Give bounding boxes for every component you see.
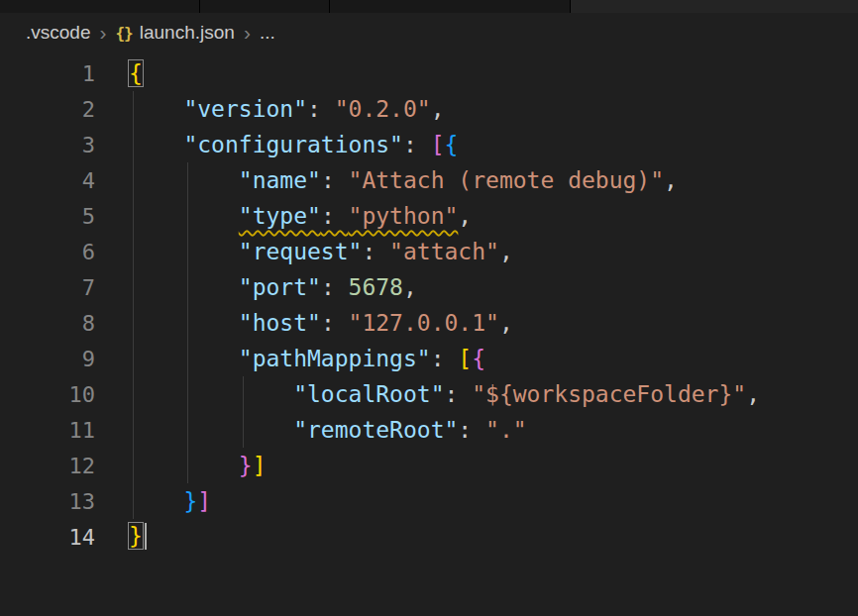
code-token: } <box>129 523 143 549</box>
code-token: "${workspaceFolder}" <box>472 381 746 407</box>
line-number[interactable]: 6 <box>0 240 95 264</box>
code-token: } <box>239 453 253 478</box>
code-line[interactable]: 4 "name": "Attach (remote debug)", <box>0 162 858 198</box>
code-text: } <box>95 523 147 551</box>
code-token: { <box>472 346 485 371</box>
code-token: : <box>321 167 349 193</box>
code-token: "configurations" <box>183 132 403 157</box>
line-number[interactable]: 7 <box>0 275 95 300</box>
line-number[interactable]: 11 <box>0 418 95 443</box>
code-line[interactable]: 7 "port": 5678, <box>0 269 858 305</box>
code-token: "request" <box>239 239 363 264</box>
code-token <box>129 310 239 336</box>
line-number[interactable]: 10 <box>0 382 95 407</box>
indent-guide <box>133 91 134 519</box>
code-line[interactable]: 3 "configurations": [{ <box>0 127 858 162</box>
code-text: "pathMappings": [{ <box>95 346 485 371</box>
code-token: [ <box>458 346 472 371</box>
code-token: : <box>321 274 349 300</box>
code-line[interactable]: 9 "pathMappings": [{ <box>0 341 858 376</box>
code-token: , <box>403 274 417 300</box>
code-token: ] <box>253 453 267 478</box>
code-text: }] <box>95 488 211 514</box>
line-number[interactable]: 12 <box>0 454 95 478</box>
code-text: }] <box>95 453 267 478</box>
code-token: , <box>664 167 678 193</box>
code-text: "localRoot": "${workspaceFolder}", <box>95 381 760 407</box>
code-token: "python" <box>349 203 459 229</box>
code-token: , <box>499 239 513 264</box>
breadcrumb-folder[interactable]: .vscode <box>26 22 90 44</box>
code-line[interactable]: 2 "version": "0.2.0", <box>0 91 858 127</box>
code-token <box>129 488 183 514</box>
code-text: "request": "attach", <box>95 239 513 264</box>
code-token: "port" <box>239 274 321 300</box>
code-token: 5678 <box>349 274 403 300</box>
code-token <box>129 346 239 371</box>
text-cursor <box>145 523 147 550</box>
code-line[interactable]: 13 }] <box>0 483 858 519</box>
code-editor[interactable]: 1{2 "version": "0.2.0",3 "configurations… <box>0 52 858 616</box>
code-token: "host" <box>239 310 321 336</box>
code-text: "type": "python", <box>95 203 472 229</box>
line-number[interactable]: 3 <box>0 133 95 157</box>
code-token: : <box>431 346 459 371</box>
code-token: } <box>183 488 197 514</box>
json-file-icon: {} <box>115 24 132 43</box>
code-line[interactable]: 5 "type": "python", <box>0 198 858 234</box>
code-line[interactable]: 8 "host": "127.0.0.1", <box>0 305 858 341</box>
line-number[interactable]: 8 <box>0 311 95 336</box>
code-line[interactable]: 10 "localRoot": "${workspaceFolder}", <box>0 376 858 412</box>
line-number[interactable]: 13 <box>0 489 95 514</box>
line-number[interactable]: 4 <box>0 168 95 193</box>
code-token <box>129 417 293 443</box>
code-token: { <box>129 60 143 86</box>
code-token: , <box>431 96 445 122</box>
code-token <box>129 274 239 300</box>
chevron-right-icon: › <box>244 22 251 43</box>
code-token <box>129 96 183 122</box>
tab-partial[interactable] <box>330 0 571 13</box>
code-token: "name" <box>239 167 321 193</box>
code-token: : <box>321 203 349 229</box>
line-number[interactable]: 14 <box>0 525 95 550</box>
chevron-right-icon: › <box>99 22 106 43</box>
tab-bar-empty-space <box>571 0 858 13</box>
vscode-editor-window: .vscode › {} launch.json › ... 1{2 "vers… <box>0 0 858 616</box>
code-line[interactable]: 1{ <box>0 55 858 91</box>
code-line[interactable]: 6 "request": "attach", <box>0 234 858 269</box>
line-number[interactable]: 9 <box>0 347 95 371</box>
breadcrumb-symbol-more[interactable]: ... <box>260 22 275 44</box>
tab-partial[interactable] <box>200 0 330 13</box>
code-token: , <box>499 310 513 336</box>
code-token: ] <box>197 488 211 514</box>
code-token: : <box>458 417 485 443</box>
code-token <box>129 239 239 264</box>
code-token: "type" <box>239 203 321 229</box>
line-number[interactable]: 1 <box>0 61 95 86</box>
code-token <box>129 381 293 407</box>
breadcrumb-file[interactable]: launch.json <box>140 22 235 44</box>
code-token: : <box>321 310 349 336</box>
code-token: "127.0.0.1" <box>349 310 499 336</box>
line-number[interactable]: 2 <box>0 97 95 122</box>
code-text: "host": "127.0.0.1", <box>95 310 513 336</box>
code-text: "port": 5678, <box>95 274 417 300</box>
indent-guide <box>243 376 244 448</box>
code-line[interactable]: 11 "remoteRoot": "." <box>0 412 858 448</box>
tab-partial[interactable] <box>0 0 200 13</box>
code-token: , <box>746 381 760 407</box>
code-token <box>129 167 239 193</box>
code-token: : <box>445 381 473 407</box>
code-line[interactable]: 14} <box>0 519 858 555</box>
code-token <box>129 132 183 157</box>
code-token: [ <box>431 132 445 157</box>
code-line[interactable]: 12 }] <box>0 448 858 483</box>
code-token: : <box>307 96 335 122</box>
code-token: "0.2.0" <box>335 96 431 122</box>
code-token: , <box>458 203 472 229</box>
code-token: : <box>403 132 431 157</box>
code-token: "." <box>485 417 527 443</box>
code-text: "configurations": [{ <box>95 132 458 157</box>
line-number[interactable]: 5 <box>0 204 95 229</box>
